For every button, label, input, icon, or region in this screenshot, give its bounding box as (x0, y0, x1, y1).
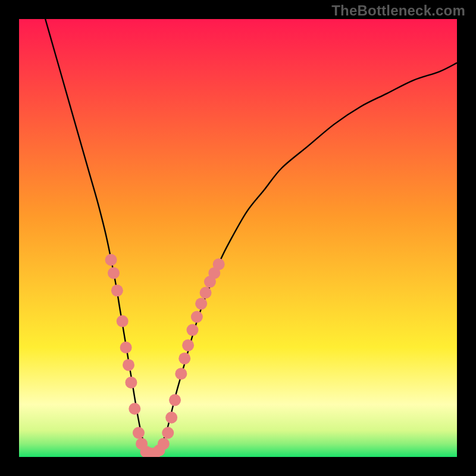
highlight-dot (195, 298, 207, 309)
highlight-dot (129, 403, 140, 415)
highlight-dots (105, 254, 225, 457)
curve-layer (19, 19, 457, 457)
plot-area (19, 19, 457, 457)
highlight-dot (182, 339, 194, 351)
highlight-dot (108, 267, 120, 279)
highlight-dot (169, 394, 181, 406)
highlight-dot (105, 254, 117, 266)
highlight-dot (178, 352, 190, 364)
highlight-dot (117, 315, 129, 327)
highlight-dot (165, 412, 177, 424)
chart-frame: TheBottleneck.com (0, 0, 476, 476)
watermark-text: TheBottleneck.com (331, 2, 465, 19)
highlight-dot (125, 377, 137, 389)
highlight-dot (162, 427, 174, 439)
highlight-dot (200, 287, 212, 299)
highlight-dot (133, 427, 145, 439)
highlight-dot (123, 359, 134, 371)
highlight-dot (120, 342, 132, 353)
highlight-dot (175, 368, 187, 380)
highlight-dot (186, 324, 198, 336)
highlight-dot (111, 284, 123, 296)
bottleneck-curve (45, 19, 457, 453)
highlight-dot (158, 438, 170, 450)
highlight-dot (191, 311, 203, 322)
highlight-dot (213, 258, 225, 270)
